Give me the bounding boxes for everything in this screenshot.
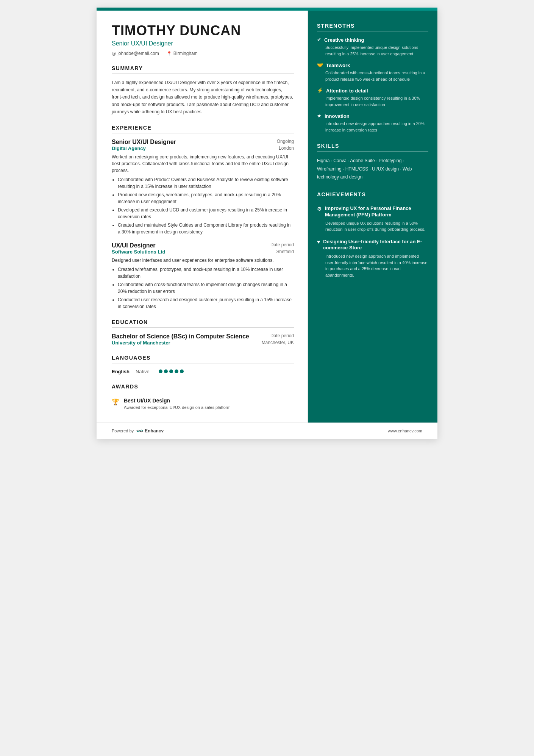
powered-by-label: Powered by	[112, 429, 134, 433]
strength-item-2: 🤝 Teamwork Collaborated with cross-funct…	[317, 62, 428, 82]
achievement-desc-1: Developed unique UX solutions resulting …	[317, 220, 428, 233]
edu-school-1: University of Manchester	[112, 340, 170, 346]
edu-date-1: Date period	[270, 333, 294, 340]
exp-header-2: UX/UI Designer Date period	[112, 242, 294, 249]
exp-entry-1: Senior UX/UI Designer Ongoing Digital Ag…	[112, 139, 294, 235]
award-entry-1: 🏆 Best UI/UX Design Awarded for exceptio…	[112, 398, 294, 410]
strength-title-row-1: ✔ Creative thinking	[317, 37, 428, 43]
resume-body: TIMOTHY DUNCAN Senior UX/UI Designer @ j…	[97, 11, 437, 423]
exp-date-2: Date period	[270, 242, 294, 247]
location-contact: 📍 Birmingham	[167, 51, 198, 56]
lang-entry-1: English Native	[112, 369, 294, 374]
summary-text: I am a highly experienced UX/UI Designer…	[112, 79, 294, 116]
exp-header-1: Senior UX/UI Designer Ongoing	[112, 139, 294, 146]
award-content-1: Best UI/UX Design Awarded for exceptiona…	[124, 398, 231, 410]
bullet-2-3: Conducted user research and designed cus…	[118, 296, 294, 310]
strength-desc-2: Collaborated with cross-functional teams…	[317, 70, 428, 82]
strength-title-row-2: 🤝 Teamwork	[317, 62, 428, 68]
exp-company-row-2: Software Solutions Ltd Sheffield	[112, 249, 294, 255]
awards-section: AWARDS 🏆 Best UI/UX Design Awarded for e…	[112, 383, 294, 410]
award-icon-1: 🏆	[112, 398, 119, 405]
exp-role-1: Senior UX/UI Designer	[112, 139, 176, 146]
exp-location-1: London	[279, 146, 294, 151]
achievement-item-1: ⚙ Improving UX for a Personal Finance Ma…	[317, 205, 428, 233]
exp-company-2: Software Solutions Ltd	[112, 249, 166, 255]
skills-text: Figma · Canva · Adobe Suite · Prototypin…	[317, 157, 428, 182]
exp-location-2: Sheffield	[276, 249, 294, 255]
footer-left: Powered by Enhancv	[112, 428, 164, 434]
header: TIMOTHY DUNCAN Senior UX/UI Designer @ j…	[112, 23, 294, 56]
bullet-1-4: Created and maintained Style Guides and …	[118, 222, 294, 235]
strength-item-4: ★ Innovation Introduced new design appro…	[317, 113, 428, 133]
bullet-1-3: Developed and executed UCD and customer …	[118, 207, 294, 220]
bullet-2-1: Created wireframes, prototypes, and mock…	[118, 266, 294, 280]
teamwork-icon: 🤝	[317, 62, 323, 68]
brand-name: Enhancv	[145, 428, 164, 434]
achievements-title: ACHIEVEMENTS	[317, 191, 428, 200]
location-icon: 📍	[167, 51, 172, 56]
edu-degree-1: Bachelor of Science (BSc) in Computer Sc…	[112, 333, 249, 340]
award-desc-1: Awarded for exceptional UI/UX design on …	[124, 405, 231, 410]
email-icon: @	[112, 51, 116, 56]
checkmark-icon: ✔	[317, 37, 321, 43]
languages-title: LANGUAGES	[112, 355, 294, 363]
email-value: johndoe@email.com	[117, 51, 159, 56]
strength-title-1: Creative thinking	[324, 37, 364, 43]
achievement-title-row-1: ⚙ Improving UX for a Personal Finance Ma…	[317, 205, 428, 218]
languages-section: LANGUAGES English Native	[112, 355, 294, 374]
enhancv-logo: Enhancv	[136, 428, 164, 434]
strength-title-2: Teamwork	[326, 63, 350, 68]
lang-name-1: English	[112, 369, 130, 374]
lightning-icon: ⚡	[317, 88, 323, 94]
edu-header-1: Bachelor of Science (BSc) in Computer Sc…	[112, 333, 294, 340]
award-title-1: Best UI/UX Design	[124, 398, 231, 404]
exp-desc-1: Worked on redesigning core products, imp…	[112, 153, 294, 174]
lang-dots-1	[159, 369, 184, 373]
strength-item-1: ✔ Creative thinking Successfully impleme…	[317, 37, 428, 57]
edu-entry-1: Bachelor of Science (BSc) in Computer Sc…	[112, 333, 294, 346]
exp-bullets-2: Created wireframes, prototypes, and mock…	[112, 266, 294, 310]
footer-website: www.enhancv.com	[388, 429, 422, 433]
lang-dot-1	[159, 369, 162, 373]
gear-icon: ⚙	[317, 206, 322, 212]
skills-section: SKILLS Figma · Canva · Adobe Suite · Pro…	[317, 143, 428, 182]
lang-level-1: Native	[136, 369, 150, 374]
exp-date-1: Ongoing	[277, 139, 294, 144]
summary-title: SUMMARY	[112, 65, 294, 74]
strengths-title: STRENGTHS	[317, 23, 428, 31]
summary-section: SUMMARY I am a highly experienced UX/UI …	[112, 65, 294, 116]
strength-desc-1: Successfully implemented unique design s…	[317, 44, 428, 57]
candidate-name: TIMOTHY DUNCAN	[112, 23, 294, 39]
strength-desc-4: Introduced new design approaches resulti…	[317, 121, 428, 133]
achievements-section: ACHIEVEMENTS ⚙ Improving UX for a Person…	[317, 191, 428, 279]
bullet-1-2: Produced new designs, wireframes, protot…	[118, 191, 294, 205]
lang-dot-2	[164, 369, 168, 373]
candidate-title: Senior UX/UI Designer	[112, 40, 294, 47]
strength-title-row-3: ⚡ Attention to detail	[317, 88, 428, 94]
strength-title-3: Attention to detail	[326, 88, 368, 94]
lang-dot-5	[180, 369, 184, 373]
achievement-title-2: Designing User-friendly Interface for an…	[323, 239, 428, 252]
experience-title: EXPERIENCE	[112, 125, 294, 133]
footer: Powered by Enhancv www.enhancv.com	[97, 423, 437, 439]
edu-loc-row-1: University of Manchester Manchester, UK	[112, 340, 294, 346]
strength-title-row-4: ★ Innovation	[317, 113, 428, 119]
edu-location-1: Manchester, UK	[262, 340, 294, 346]
right-column: STRENGTHS ✔ Creative thinking Successful…	[308, 11, 437, 423]
star-icon: ★	[317, 113, 322, 119]
logo-icon	[136, 428, 144, 434]
email-contact: @ johndoe@email.com	[112, 51, 159, 56]
skills-title: SKILLS	[317, 143, 428, 152]
exp-company-1: Digital Agency	[112, 146, 146, 151]
lang-dot-4	[175, 369, 178, 373]
exp-desc-2: Designed user interfaces and user experi…	[112, 257, 294, 264]
resume-container: TIMOTHY DUNCAN Senior UX/UI Designer @ j…	[97, 8, 437, 439]
education-title: EDUCATION	[112, 319, 294, 328]
exp-entry-2: UX/UI Designer Date period Software Solu…	[112, 242, 294, 310]
exp-bullets-1: Collaborated with Product Owners and Bus…	[112, 176, 294, 235]
experience-section: EXPERIENCE Senior UX/UI Designer Ongoing…	[112, 125, 294, 310]
bullet-2-2: Collaborated with cross-functional teams…	[118, 281, 294, 295]
strength-desc-3: Implemented design consistency resulting…	[317, 95, 428, 108]
top-bar	[97, 8, 437, 11]
bullet-1-1: Collaborated with Product Owners and Bus…	[118, 176, 294, 190]
